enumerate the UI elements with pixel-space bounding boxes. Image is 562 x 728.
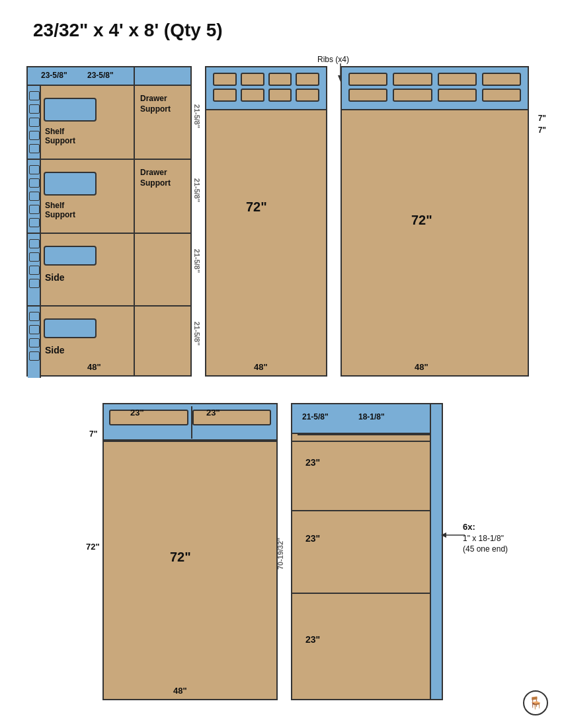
diagram-1: 23-5/8" 23-5/8" ShelfSupport DrawerSuppo…	[26, 66, 192, 377]
d5-annotation-detail: 1" x 18-1/8"	[463, 534, 504, 543]
d3-dim-top: 7"	[538, 114, 546, 123]
svg-marker-3	[441, 532, 446, 538]
d2-bottom-dim: 48"	[254, 362, 268, 372]
d3-header-blue	[342, 67, 528, 110]
d3-dim-second: 7"	[538, 126, 546, 135]
d1-bottom-dim: 48"	[87, 362, 101, 372]
diagram-3: 7" 7" 72" 48"	[341, 66, 529, 377]
d1-s2-dim: 21-5/8"	[193, 178, 201, 202]
d4-outer-left-dim: 72"	[86, 542, 100, 552]
drawer-support-2-label: DrawerSupport	[140, 168, 171, 188]
diagram-5: 21-5/8" 18-1/8" 23" 23" 23" 70-19/32"	[291, 403, 443, 700]
shelf-support-2-label: ShelfSupport	[45, 201, 75, 219]
shelf-support-1-label: ShelfSupport	[45, 127, 75, 145]
d5-shelf-2-dim: 23"	[305, 533, 320, 544]
d4-center-dim: 72"	[170, 550, 191, 565]
d2-header-blue	[206, 67, 326, 110]
d5-header-blue: 21-5/8" 18-1/8"	[292, 404, 442, 434]
d5-annotation-arrow	[440, 528, 466, 542]
d3-center-dim: 72"	[411, 213, 432, 228]
d1-s3-dim: 21-5/8"	[193, 249, 201, 273]
d5-header-dim-right: 18-1/8"	[358, 412, 385, 421]
d4-bottom-dim: 48"	[173, 686, 187, 696]
d5-shelf-1-dim: 23"	[305, 457, 320, 468]
diagram-4: 23" 23" 7" 72" 48"	[102, 403, 278, 700]
d5-annotation-sub: (45 one end)	[463, 544, 508, 554]
d5-shelf-3-dim: 23"	[305, 634, 320, 645]
d1-dim-left: 23-5/8"	[41, 71, 67, 80]
d1-dim-right: 23-5/8"	[87, 71, 114, 80]
d1-s4-dim: 21-5/8"	[193, 322, 201, 346]
side-1-label: Side	[45, 272, 65, 283]
diagram-2: 72" 48"	[205, 66, 327, 377]
d5-right-dim: 70-19/32"	[276, 538, 284, 570]
logo: 🪑	[522, 690, 549, 716]
d1-s1-dim: 21-5/8"	[193, 104, 201, 128]
page-title: 23/32" x 4' x 8' (Qty 5)	[33, 20, 223, 41]
side-2-label: Side	[45, 345, 65, 355]
d3-bottom-dim: 48"	[415, 362, 428, 372]
ribs-label: Ribs (x4)	[317, 55, 349, 64]
d4-left-dim: 7"	[89, 429, 97, 439]
drawer-support-1-label: DrawerSupport	[140, 94, 171, 114]
d4-header-dim-left: 23"	[130, 408, 144, 418]
d5-right-strip	[430, 404, 442, 699]
svg-text:🪑: 🪑	[528, 696, 543, 710]
d4-header-dim-right: 23"	[206, 408, 220, 418]
d5-header-dim-left: 21-5/8"	[302, 412, 329, 421]
d2-center-dim: 72"	[246, 200, 267, 215]
